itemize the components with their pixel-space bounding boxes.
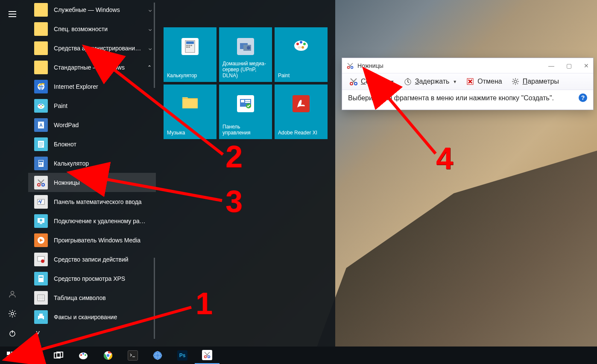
taskbar-app-paint[interactable] [71,347,96,364]
tile-label: Музыка [167,130,213,136]
window-title: Ножницы [357,62,383,69]
folder-icon [34,41,48,55]
media-server-icon [237,38,254,55]
maximize-button[interactable]: ▢ [566,62,572,69]
app-label: Internet Explorer [54,83,156,90]
app-label: Блокнот [54,141,156,148]
svg-point-74 [153,351,162,360]
start-app-list[interactable]: Служебные — Windows ⌵ Спец. возможности … [28,0,156,347]
svg-point-5 [39,105,40,106]
power-button[interactable] [0,323,24,343]
svg-rect-36 [190,45,192,46]
start-button[interactable] [0,347,21,364]
task-view-button[interactable] [46,347,71,364]
minimize-button[interactable]: — [548,62,554,69]
search-button[interactable] [21,347,46,364]
app-item-math-input[interactable]: Панель математического ввода [28,192,156,211]
app-item-wmp[interactable]: Проигрыватель Windows Media [28,230,156,250]
charmap-icon [34,291,48,305]
app-item-rdp[interactable]: Подключение к удаленному ра… [28,211,156,230]
tile-calculator[interactable]: Калькулятор [164,27,217,82]
svg-rect-16 [39,164,40,165]
create-label-rest: оздать [366,78,387,85]
taskbar-app-chrome[interactable] [96,347,120,364]
app-item-charmap[interactable]: Таблица символов [28,288,156,307]
dropdown-arrow-icon[interactable]: ▼ [453,79,457,84]
app-item-snipping-tool[interactable]: Ножницы [28,173,156,192]
options-label-rest: араметры [527,78,559,85]
delay-label-first: З [415,78,419,85]
start-folder-accessories[interactable]: Стандартные — Windows ⌃ [28,58,156,77]
taskbar-app-photoshop[interactable]: Ps [170,347,195,364]
tile-label: Adobe Reader XI [278,130,324,136]
start-rail [0,0,28,347]
app-item-ie[interactable]: Internet Explorer [28,77,156,96]
cancel-button[interactable]: Отмена [462,75,505,88]
svg-point-68 [80,354,82,356]
app-item-xps-viewer[interactable]: Средство просмотра XPS [28,269,156,288]
folder-label: Стандартные — Windows [54,64,156,71]
svg-point-54 [351,66,353,68]
tile-media-server[interactable]: Домашний медиа-сервер (UPnP, DLNA) [219,27,272,82]
start-folder-admintools[interactable]: Средства администрировани… ⌵ [28,38,156,58]
control-panel-icon [237,95,254,112]
folder-icon [181,95,199,113]
paint-icon [293,36,310,57]
app-item-fax-scan[interactable]: Факсы и сканирование [28,307,156,326]
taskbar: Ps [0,347,597,364]
svg-rect-37 [186,47,188,48]
svg-point-77 [205,355,207,358]
svg-point-64 [30,352,35,357]
app-label: Средство записи действий [54,256,156,263]
svg-rect-49 [241,100,244,102]
annotation-number-1: 1 [196,286,213,321]
svg-rect-27 [38,275,44,282]
hamburger-menu-button[interactable] [0,4,24,24]
annotation-number-4: 4 [436,141,453,176]
start-folder-system[interactable]: Служебные — Windows ⌵ [28,0,156,19]
taskbar-app-snipping-tool[interactable] [195,347,219,364]
app-label: Панель математического ввода [54,198,156,205]
tile-paint[interactable]: Paint [275,27,328,82]
svg-rect-51 [245,102,250,103]
xps-viewer-icon [34,272,48,285]
tile-control-panel[interactable]: Панель управления [219,84,272,139]
cancel-label: Отмена [477,78,502,85]
cancel-icon [465,77,475,86]
folder-icon [34,61,48,74]
chevron-down-icon: ⌵ [149,45,152,51]
svg-rect-38 [188,47,190,48]
wordpad-icon: A [34,118,48,132]
taskbar-app-terminal[interactable] [120,347,145,364]
calculator-icon [181,38,199,55]
chevron-down-icon: ⌵ [149,7,152,13]
options-button[interactable]: Параметры [507,75,562,88]
help-button[interactable]: ? [579,93,587,102]
taskbar-app-globe[interactable] [145,347,170,364]
app-item-notepad[interactable]: Блокнот [28,134,156,154]
window-titlebar[interactable]: Ножницы — ▢ ✕ [342,58,593,73]
app-item-steps-recorder[interactable]: Средство записи действий [28,250,156,269]
svg-point-70 [85,354,86,356]
svg-point-69 [82,353,84,355]
scissors-icon [349,77,358,86]
app-item-paint[interactable]: Paint [28,96,156,115]
svg-point-59 [514,80,517,83]
tile-music[interactable]: Музыка [164,84,217,139]
svg-point-7 [42,105,44,106]
svg-rect-62 [7,356,10,359]
svg-text:A: A [39,122,43,128]
chevron-up-icon: ⌃ [147,64,152,70]
dropdown-arrow-icon[interactable]: ▼ [390,79,395,84]
new-snip-button[interactable]: Создать ▼ [345,75,398,88]
scissors-icon [346,62,354,70]
close-button[interactable]: ✕ [584,62,589,69]
start-folder-accessibility[interactable]: Спец. возможности ⌵ [28,19,156,38]
app-item-calculator[interactable]: Калькулятор [28,154,156,173]
settings-button[interactable] [0,304,24,323]
account-button[interactable] [0,284,24,304]
delay-button[interactable]: Задержать ▼ [400,75,461,88]
tile-adobe-reader[interactable]: Adobe Reader XI [275,84,328,139]
alphabet-heading[interactable]: У [28,326,156,337]
app-item-wordpad[interactable]: A WordPad [28,115,156,134]
